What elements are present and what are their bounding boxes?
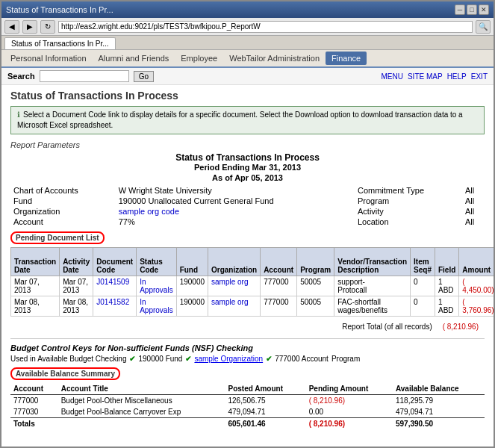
cell-seq-1: 0 <box>411 296 435 317</box>
address-bar: ◀ ▶ ↻ 🔍 <box>1 18 494 36</box>
report-total-value: ( 8,210.96) <box>443 323 479 331</box>
param-label2-1: Program <box>355 196 462 206</box>
param-row-0: Chart of Accounts W Wright State Univers… <box>10 185 485 196</box>
title-bar: Status of Transactions In Pr... ─ □ ✕ <box>1 1 494 18</box>
report-header-title: Status of Transactions In Process <box>10 152 485 163</box>
param-value-3: 77% <box>116 217 355 227</box>
nsf-check-2: ✔ <box>266 355 272 363</box>
avail-col-posted: Posted Amount <box>225 383 306 395</box>
address-input[interactable] <box>58 21 473 33</box>
info-box: Select a Document Code link to display d… <box>10 106 485 134</box>
divider-1 <box>10 338 485 339</box>
report-header-period: Period Ending Mar 31, 2013 <box>10 163 485 172</box>
help-link[interactable]: HELP <box>447 72 467 81</box>
available-balance-label: Available Balance Summary <box>10 367 120 380</box>
title-bar-buttons: ─ □ ✕ <box>455 4 489 15</box>
nav-employee[interactable]: Employee <box>175 52 223 65</box>
param-value-1: 190000 Unallocated Current General Fund <box>116 196 355 206</box>
col-account: Account <box>261 248 297 276</box>
avail-totals-empty <box>58 418 225 430</box>
param-value-0: W Wright State University <box>116 185 355 196</box>
title-bar-text: Status of Transactions In Pr... <box>6 5 113 14</box>
param-label2-2: Activity <box>355 206 462 217</box>
nav-finance[interactable]: Finance <box>326 52 367 65</box>
sitemap-link[interactable]: SITE MAP <box>408 72 443 81</box>
browser-tab-active[interactable]: Status of Transactions In Pr... <box>4 37 116 49</box>
nsf-check-1: ✔ <box>185 355 191 363</box>
avail-row-0: 777000 Budget Pool-Other Miscellaneous 1… <box>10 395 485 407</box>
forward-button[interactable]: ▶ <box>22 20 37 34</box>
avail-row-1: 777030 Budget Pool-Balance Carryover Exp… <box>10 406 485 418</box>
param-value2-0: All <box>462 185 485 196</box>
doc-code-link-1[interactable]: J0141582 <box>96 298 129 306</box>
title-bar-left: Status of Transactions In Pr... <box>6 5 113 14</box>
cell-account-1: 777000 <box>261 296 297 317</box>
nav-alumni-friends[interactable]: Alumni and Friends <box>93 52 175 65</box>
cell-fund-0: 190000 <box>176 276 208 296</box>
avail-account-1: 777030 <box>10 406 58 418</box>
param-label-2: Organization <box>10 206 116 217</box>
go-button[interactable]: Go <box>134 71 154 82</box>
available-balance-table: Account Account Title Posted Amount Pend… <box>10 383 485 429</box>
avail-pending-0: ( 8,210.96) <box>306 395 393 407</box>
refresh-button[interactable]: ↻ <box>40 20 55 34</box>
doc-code-link-0[interactable]: J0141509 <box>96 278 129 286</box>
cell-field-1: 1 ABD <box>435 296 458 317</box>
nav-webtailor[interactable]: WebTailor Administration <box>223 52 326 65</box>
org-link-1[interactable]: sample org <box>211 298 248 306</box>
params-table: Chart of Accounts W Wright State Univers… <box>10 185 485 227</box>
avail-col-pending: Pending Amount <box>306 383 393 395</box>
close-button[interactable]: ✕ <box>479 4 489 15</box>
cell-desc-1: FAC-shortfallwages/benefits <box>334 296 411 317</box>
report-total: Report Total (of all records) ( 8,210.96… <box>10 321 485 332</box>
org-link[interactable]: sample org code <box>119 207 179 216</box>
avail-available-1: 479,094.71 <box>393 406 485 418</box>
avail-available-0: 118,295.79 <box>393 395 485 407</box>
status-link-0[interactable]: InApprovals <box>140 278 172 294</box>
main-content: Personal Information Alumni and Friends … <box>1 50 494 447</box>
avail-posted-0: 126,506.75 <box>225 395 306 407</box>
col-doc-code: DocumentCode <box>93 248 137 276</box>
nsf-item-1[interactable]: sample Organization <box>194 355 263 363</box>
browser-window: Status of Transactions In Pr... ─ □ ✕ ◀ … <box>0 0 495 448</box>
menu-link[interactable]: MENU <box>382 72 403 81</box>
param-value2-3: All <box>462 217 485 227</box>
search-label: Search <box>7 72 35 81</box>
nsf-section: Budget Control Keys for Non-sufficient F… <box>10 343 485 363</box>
pending-doc-table: TransactionDate ActivityDate DocumentCod… <box>10 247 494 317</box>
col-description: Vendor/TransactionDescription <box>334 248 411 276</box>
param-row-1: Fund 190000 Unallocated Current General … <box>10 196 485 206</box>
col-item-seq: Item Seq# <box>411 248 435 276</box>
report-total-label: Report Total (of all records) <box>342 323 432 331</box>
cell-account-0: 777000 <box>261 276 297 296</box>
param-label-0: Chart of Accounts <box>10 185 116 196</box>
maximize-button[interactable]: □ <box>467 4 477 15</box>
cell-program-0: 50005 <box>297 276 334 296</box>
cell-activity-date-1: Mar 08,2013 <box>60 296 93 317</box>
avail-totals-available: 597,390.50 <box>393 418 485 430</box>
status-link-1[interactable]: InApprovals <box>140 298 172 314</box>
cell-seq-0: 0 <box>411 276 435 296</box>
nav-personal-information[interactable]: Personal Information <box>4 52 93 65</box>
back-button[interactable]: ◀ <box>4 20 19 34</box>
avail-header: Account Account Title Posted Amount Pend… <box>10 383 485 395</box>
minimize-button[interactable]: ─ <box>455 4 465 15</box>
org-link-0[interactable]: sample org <box>211 278 248 286</box>
exit-link[interactable]: EXIT <box>471 72 488 81</box>
top-links: MENU SITE MAP HELP EXIT <box>382 72 488 81</box>
nsf-used-label: Used in Available Budget Checking <box>10 355 126 363</box>
search-bar: Search Go MENU SITE MAP HELP EXIT <box>1 68 494 85</box>
table-row: Mar 08,2013 Mar 08,2013 J0141582 InAppro… <box>11 296 494 317</box>
cell-trans-date-1: Mar 08,2013 <box>11 296 60 317</box>
nsf-item-2: 777000 Account <box>275 355 329 363</box>
nsf-item-3: Program <box>331 355 360 363</box>
cell-desc-0: support-Protocall <box>334 276 411 296</box>
param-value2-2: All <box>462 206 485 217</box>
search-icon-bar[interactable]: 🔍 <box>476 20 491 34</box>
nav-menu: Personal Information Alumni and Friends … <box>1 50 494 68</box>
search-input[interactable] <box>40 70 129 82</box>
cell-program-1: 50005 <box>297 296 334 317</box>
avail-posted-1: 479,094.71 <box>225 406 306 418</box>
avail-totals-row: Totals 605,601.46 ( 8,210.96) 597,390.50 <box>10 418 485 430</box>
pending-doc-label: Pending Document List <box>10 231 105 244</box>
